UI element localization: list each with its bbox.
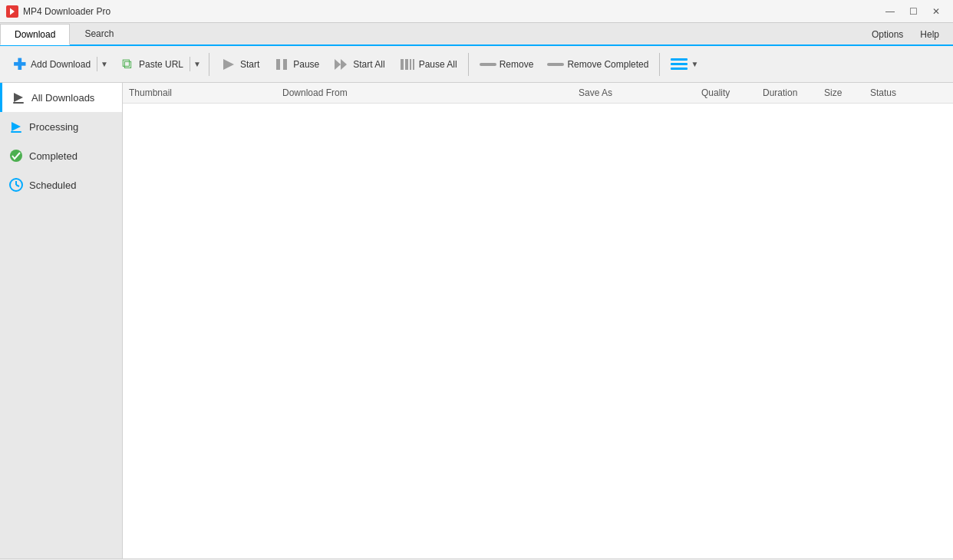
svg-rect-16: [13, 102, 24, 104]
svg-marker-5: [341, 59, 347, 70]
col-download-from: Download From: [282, 87, 579, 98]
all-downloads-icon: [12, 91, 25, 104]
col-thumbnail: Thumbnail: [129, 87, 282, 98]
pause-all-button[interactable]: Pause All: [393, 53, 463, 76]
start-button[interactable]: Start: [214, 53, 265, 76]
remove-label: Remove: [500, 59, 534, 70]
toolbar: ✚ Add Download ▼ ⧉ Paste URL ▼ Start: [0, 46, 953, 83]
menu-actions: Options Help: [858, 28, 953, 44]
paste-url-button[interactable]: ⧉ Paste URL: [113, 53, 190, 76]
add-download-split: ✚ Add Download ▼: [5, 53, 111, 76]
svg-rect-3: [283, 59, 287, 70]
sidebar-item-completed[interactable]: Completed: [0, 141, 122, 170]
scheduled-icon: [9, 178, 23, 192]
add-download-arrow[interactable]: ▼: [97, 57, 111, 71]
title-bar: MP4 Downloader Pro — ☐ ✕: [0, 0, 953, 23]
start-label: Start: [240, 59, 259, 70]
app-title: MP4 Downloader Pro: [23, 6, 110, 17]
options-button[interactable]: Options: [864, 28, 911, 41]
svg-rect-13: [671, 63, 688, 65]
svg-rect-12: [671, 58, 688, 61]
paste-url-split: ⧉ Paste URL ▼: [113, 53, 204, 76]
start-all-button[interactable]: Start All: [327, 53, 391, 76]
separator-3: [659, 53, 660, 76]
scheduled-label: Scheduled: [29, 180, 76, 191]
view-options-icon: [671, 56, 688, 73]
add-download-button[interactable]: ✚ Add Download: [5, 53, 97, 76]
help-button[interactable]: Help: [912, 28, 947, 41]
pause-label: Pause: [293, 59, 319, 70]
start-all-label: Start All: [353, 59, 384, 70]
minimize-button[interactable]: —: [879, 4, 901, 19]
svg-marker-17: [12, 122, 21, 131]
svg-rect-7: [405, 59, 408, 70]
svg-rect-6: [401, 59, 404, 70]
sidebar-item-processing[interactable]: Processing: [0, 112, 122, 141]
svg-marker-0: [10, 8, 15, 15]
svg-rect-18: [11, 131, 21, 133]
paste-icon: ⧉: [122, 56, 132, 72]
completed-label: Completed: [29, 150, 77, 162]
svg-marker-1: [223, 59, 234, 70]
paste-url-label: Paste URL: [139, 59, 183, 70]
start-all-icon: [333, 56, 350, 73]
view-options-button[interactable]: ▼: [664, 53, 704, 76]
svg-rect-2: [276, 59, 280, 70]
svg-point-19: [10, 150, 22, 162]
separator-2: [468, 53, 469, 76]
svg-rect-9: [413, 59, 414, 70]
svg-rect-10: [480, 63, 496, 66]
app-icon: [6, 5, 18, 18]
paste-url-arrow[interactable]: ▼: [190, 57, 204, 71]
remove-completed-label: Remove Completed: [567, 59, 648, 70]
col-status: Status: [870, 87, 947, 98]
tab-download[interactable]: Download: [0, 24, 70, 45]
svg-rect-8: [410, 59, 411, 70]
title-bar-left: MP4 Downloader Pro: [6, 5, 110, 18]
view-dropdown-arrow: ▼: [691, 60, 698, 68]
main-layout: All Downloads Processing Completed: [0, 83, 953, 558]
processing-label: Processing: [29, 121, 78, 133]
remove-button[interactable]: Remove: [473, 53, 540, 76]
processing-icon: [9, 120, 23, 133]
svg-marker-15: [14, 93, 23, 102]
pause-all-icon: [399, 56, 416, 73]
menu-bar: Download Search Options Help: [0, 23, 953, 46]
remove-completed-button[interactable]: Remove Completed: [541, 53, 655, 76]
col-size: Size: [824, 87, 870, 98]
svg-marker-4: [335, 59, 341, 70]
sidebar-item-all-downloads[interactable]: All Downloads: [0, 83, 122, 112]
add-download-label: Add Download: [31, 59, 91, 70]
paste-url-icon: ⧉: [119, 56, 136, 73]
completed-icon: [9, 149, 23, 163]
start-icon: [220, 56, 237, 73]
col-save-as: Save As: [579, 87, 701, 98]
maximize-button[interactable]: ☐: [902, 4, 924, 19]
all-downloads-label: All Downloads: [31, 92, 94, 104]
window-controls: — ☐ ✕: [879, 4, 947, 19]
remove-icon: [480, 56, 496, 73]
table-body: [123, 104, 953, 558]
svg-rect-11: [547, 63, 564, 66]
svg-line-22: [16, 185, 19, 186]
add-download-icon: ✚: [11, 56, 28, 73]
sidebar-item-scheduled[interactable]: Scheduled: [0, 170, 122, 199]
plus-icon: ✚: [13, 57, 26, 72]
col-duration: Duration: [763, 87, 824, 98]
tab-search[interactable]: Search: [70, 23, 128, 44]
pause-icon: [273, 56, 290, 73]
pause-all-label: Pause All: [419, 59, 457, 70]
table-header: Thumbnail Download From Save As Quality …: [123, 83, 953, 104]
close-button[interactable]: ✕: [925, 4, 947, 19]
remove-completed-icon: [547, 56, 564, 73]
sidebar: All Downloads Processing Completed: [0, 83, 123, 558]
content-area: Thumbnail Download From Save As Quality …: [123, 83, 953, 558]
svg-rect-14: [671, 68, 688, 70]
col-quality: Quality: [701, 87, 763, 98]
separator-1: [209, 53, 209, 76]
pause-button[interactable]: Pause: [267, 53, 325, 76]
